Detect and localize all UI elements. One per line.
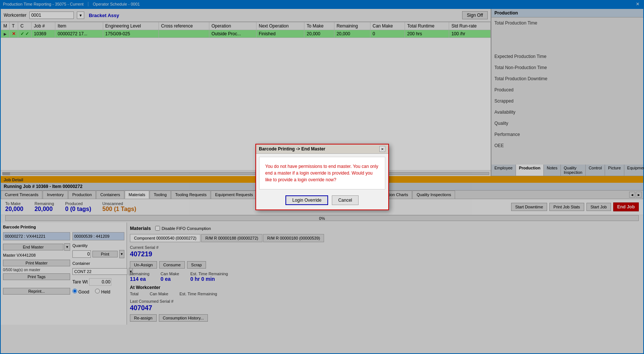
dialog-title-bar: Barcode Printing -> End Master ✕ [256, 144, 388, 154]
dialog-buttons: Login Override Cancel [256, 192, 388, 210]
dialog-box: Barcode Printing -> End Master ✕ You do … [255, 144, 389, 210]
login-override-button[interactable]: Login Override [285, 195, 328, 205]
dialog-content: You do not have permissions to end maste… [259, 157, 385, 189]
dialog-overlay: Barcode Printing -> End Master ✕ You do … [0, 0, 644, 354]
dialog-close-button[interactable]: ✕ [379, 146, 385, 152]
dialog-message: You do not have permissions to end maste… [265, 164, 378, 182]
dialog-title: Barcode Printing -> End Master [259, 146, 326, 152]
dialog-cancel-button[interactable]: Cancel [332, 195, 358, 205]
